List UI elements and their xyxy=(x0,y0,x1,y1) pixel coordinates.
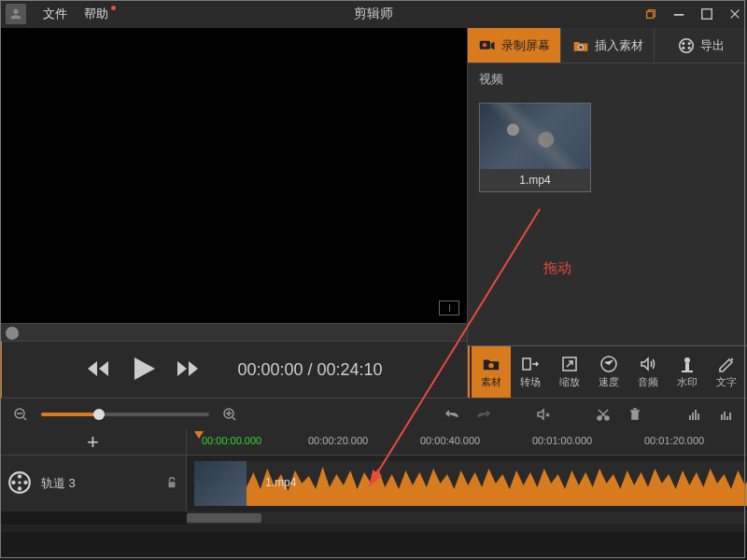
svg-rect-24 xyxy=(695,410,697,420)
svg-rect-23 xyxy=(692,413,694,420)
add-track-button[interactable]: + xyxy=(0,429,187,455)
svg-point-11 xyxy=(488,363,493,368)
svg-rect-25 xyxy=(698,413,699,420)
svg-point-6 xyxy=(679,38,692,51)
app-title: 剪辑师 xyxy=(354,6,393,22)
svg-point-4 xyxy=(482,43,486,48)
svg-point-9 xyxy=(682,46,684,49)
clip-waveform xyxy=(247,461,747,506)
drag-hint-label: 拖动 xyxy=(543,259,571,277)
panel-video-label: 视频 xyxy=(468,63,747,95)
transport-bar: 00:00:00 / 00:24:10 xyxy=(0,342,467,398)
svg-rect-36 xyxy=(169,482,176,487)
svg-point-31 xyxy=(18,474,21,478)
track-name: 轨道 3 xyxy=(41,475,156,492)
svg-point-34 xyxy=(23,480,27,483)
asset-name: 1.mp4 xyxy=(480,169,590,191)
svg-rect-27 xyxy=(724,412,726,420)
tab-transition[interactable]: 转场 xyxy=(511,346,550,398)
menu-file[interactable]: 文件 xyxy=(43,6,67,22)
menu-help[interactable]: 帮助 xyxy=(84,6,116,22)
svg-point-35 xyxy=(18,481,21,483)
rewind-button[interactable] xyxy=(86,358,110,382)
tab-material[interactable]: 素材 xyxy=(472,346,511,398)
svg-point-5 xyxy=(578,45,583,49)
film-reel-icon xyxy=(7,470,32,497)
maximize-icon[interactable] xyxy=(700,7,713,21)
play-button[interactable] xyxy=(129,355,157,385)
svg-rect-17 xyxy=(682,371,693,372)
ruler-tick: 00:00:00.000 xyxy=(202,435,261,446)
ruler-tick: 00:01:00.000 xyxy=(532,435,592,446)
svg-rect-0 xyxy=(647,11,654,18)
zoom-out-icon[interactable] xyxy=(9,403,32,426)
forward-button[interactable] xyxy=(176,358,200,382)
svg-rect-26 xyxy=(721,414,723,420)
svg-point-10 xyxy=(687,46,690,49)
export-button[interactable]: 导出 xyxy=(655,28,747,63)
timeline-scrollbar[interactable] xyxy=(0,511,747,525)
time-current: 00:00:00 xyxy=(237,360,303,379)
cut-icon[interactable] xyxy=(592,403,614,426)
zoom-in-icon[interactable] xyxy=(218,403,241,426)
fullscreen-icon[interactable] xyxy=(439,301,459,315)
scrub-bar[interactable] xyxy=(0,323,467,342)
restore-down-icon[interactable] xyxy=(644,7,657,21)
assets-pane: 录制屏幕 插入素材 导出 视频 1.mp4 素材 xyxy=(467,28,747,398)
levels-icon[interactable] xyxy=(684,403,706,426)
undo-icon[interactable] xyxy=(441,403,463,426)
tab-scale[interactable]: 缩放 xyxy=(550,346,589,398)
delete-icon[interactable] xyxy=(624,403,646,426)
preview-pane: 00:00:00 / 00:24:10 xyxy=(0,28,467,398)
track-header[interactable]: 轨道 3 xyxy=(0,455,187,511)
time-ruler[interactable]: 00:00:00.000 00:00:20.000 00:00:40.000 0… xyxy=(187,429,747,455)
mute-icon[interactable] xyxy=(532,403,555,426)
clip-name: 1.mp4 xyxy=(265,476,296,489)
svg-rect-22 xyxy=(689,415,691,420)
svg-point-15 xyxy=(684,357,690,363)
timeline: + 00:00:00.000 00:00:20.000 00:00:40.000… xyxy=(0,429,747,532)
svg-point-7 xyxy=(682,42,684,45)
zoom-slider[interactable] xyxy=(41,413,209,416)
utility-bar xyxy=(0,398,747,429)
clip-thumbnail xyxy=(194,461,247,506)
tab-audio[interactable]: 音频 xyxy=(628,346,668,398)
asset-thumbnail xyxy=(480,104,590,169)
track-body[interactable]: 1.mp4 xyxy=(187,455,747,511)
svg-rect-1 xyxy=(674,14,684,16)
tab-watermark[interactable]: 水印 xyxy=(668,346,707,398)
svg-rect-29 xyxy=(729,413,731,420)
svg-rect-16 xyxy=(685,363,689,371)
ruler-tick: 00:00:20.000 xyxy=(308,435,368,446)
time-total: 00:24:10 xyxy=(317,360,383,379)
asset-item[interactable]: 1.mp4 xyxy=(479,103,591,192)
avatar[interactable] xyxy=(6,4,26,24)
svg-rect-2 xyxy=(702,9,712,20)
svg-rect-12 xyxy=(523,358,530,370)
titlebar: 文件 帮助 剪辑师 xyxy=(0,0,747,28)
svg-point-8 xyxy=(687,42,690,45)
ruler-tick: 00:01:20.000 xyxy=(644,435,704,446)
record-screen-button[interactable]: 录制屏幕 xyxy=(468,28,561,63)
video-clip[interactable]: 1.mp4 xyxy=(194,461,747,506)
timecode: 00:00:00 / 00:24:10 xyxy=(237,360,382,380)
redo-icon[interactable] xyxy=(472,403,495,426)
lock-icon[interactable] xyxy=(165,476,178,492)
svg-point-33 xyxy=(11,480,15,483)
tab-speed[interactable]: 速度 xyxy=(589,346,628,398)
levels2-icon[interactable] xyxy=(715,403,738,426)
video-canvas[interactable] xyxy=(0,28,467,323)
svg-rect-28 xyxy=(726,416,728,420)
tab-text[interactable]: 文字 xyxy=(707,346,746,398)
import-asset-button[interactable]: 插入素材 xyxy=(561,28,655,63)
svg-point-32 xyxy=(18,486,21,490)
ruler-tick: 00:00:40.000 xyxy=(420,435,480,446)
minimize-icon[interactable] xyxy=(672,7,685,21)
close-icon[interactable] xyxy=(728,7,741,21)
